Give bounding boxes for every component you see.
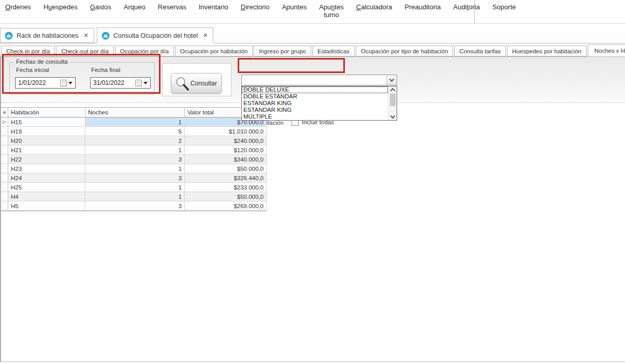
cell-noches[interactable]: 1	[85, 164, 185, 173]
cell-habitacion[interactable]: H21	[8, 145, 85, 155]
row-header-cell[interactable]	[1, 136, 8, 145]
menu-item-directorio[interactable]: Directorio	[237, 0, 274, 14]
app-window: OrdenesHuespedesGastosArqueoReservasInve…	[0, 0, 625, 364]
scroll-up-button[interactable]	[388, 86, 397, 93]
row-header-cell[interactable]	[1, 155, 8, 164]
cell-valor-total[interactable]: $233.000,0	[185, 183, 267, 192]
menu-item-inventario[interactable]: Inventario	[195, 0, 232, 14]
menu-item-gastos[interactable]: Gastos	[86, 0, 115, 14]
table-row-h25[interactable]: H251$233.000,0	[1, 183, 266, 192]
cell-habitacion[interactable]: H19	[8, 127, 85, 136]
combobox-dropdown-button[interactable]	[386, 75, 397, 85]
cell-noches[interactable]: 3	[85, 173, 185, 183]
cell-habitacion[interactable]: H20	[8, 136, 85, 145]
menu-item-calculadora[interactable]: Calculadora	[352, 0, 396, 14]
cell-noches[interactable]: 5	[85, 127, 185, 136]
close-icon[interactable]: ✕	[203, 32, 208, 39]
menu-item-soporte[interactable]: Soporte	[488, 0, 520, 14]
row-header-cell[interactable]: ▷	[1, 118, 8, 127]
grid-header-row: ✳ Habitación Noches Valor total	[1, 108, 266, 118]
row-header-cell[interactable]	[1, 164, 8, 173]
subtab-consulta-tarifas[interactable]: Consulta tarifas	[454, 46, 506, 56]
consultar-button[interactable]: Consultar	[171, 73, 222, 94]
subtab-ocupacion-por-dia[interactable]: Ocupación por día	[115, 46, 174, 56]
cell-valor-total[interactable]: $269.000,0	[185, 201, 267, 211]
tab-label: Rack de habitaciones	[17, 32, 79, 39]
table-row-h20[interactable]: H202$240.000,0	[1, 136, 266, 145]
scroll-down-button[interactable]	[388, 113, 397, 120]
column-header-habitacion[interactable]: Habitación	[8, 108, 85, 118]
cell-valor-total[interactable]: $240.000,0	[185, 136, 267, 145]
subtab-ocupacion-por-habitacion[interactable]: Ocupación por habitación	[175, 46, 253, 56]
subtab-ocupacion-por-tipo-de-habitacion[interactable]: Ocupación por tipo de habitación	[356, 46, 453, 56]
cell-valor-total[interactable]: $50.000,0	[185, 192, 267, 201]
cell-habitacion[interactable]: H22	[8, 155, 85, 164]
dropdown-option-estandar-king[interactable]: ESTANDAR KING	[242, 100, 388, 107]
cell-habitacion[interactable]: H15	[8, 118, 85, 127]
subtab-noches-x-habitacion[interactable]: Noches x Habitación	[588, 45, 625, 57]
cell-valor-total[interactable]: $50.000,0	[185, 164, 267, 173]
cell-habitacion[interactable]: H25	[8, 183, 85, 192]
menu-item-auditoria[interactable]: Auditoria	[449, 0, 484, 14]
cell-habitacion[interactable]: H24	[8, 173, 85, 183]
table-row-h24[interactable]: H243$326.440,0	[1, 173, 266, 183]
table-row-h19[interactable]: H195$1.010.000,0	[1, 127, 266, 136]
fecha-final-datepicker[interactable]: 31/01/2022	[90, 77, 151, 89]
cell-noches[interactable]: 1	[85, 183, 185, 192]
calendar-icon[interactable]	[135, 80, 142, 86]
subtab-estadisticas[interactable]: Estadísticas	[312, 46, 355, 56]
cell-noches[interactable]: 3	[85, 201, 185, 211]
table-row-h23[interactable]: H231$50.000,0	[1, 164, 266, 173]
row-header-cell[interactable]	[1, 192, 8, 201]
dropdown-scrollbar[interactable]	[388, 86, 397, 120]
cell-noches[interactable]: 1	[85, 118, 185, 127]
menu-item-arqueo[interactable]: Arqueo	[120, 0, 150, 14]
subtab-huespedes-por-habitacion[interactable]: Huespedes por habitación	[507, 46, 587, 56]
cell-valor-total[interactable]: $326.440,0	[185, 173, 267, 183]
cell-noches[interactable]: 3	[85, 155, 185, 164]
menu-item-preauditoria[interactable]: Preauditoria	[400, 0, 445, 14]
dropdown-option-estandar-king[interactable]: ESTANDAR KING	[242, 107, 388, 113]
menu-item-huespedes[interactable]: Huespedes	[39, 0, 82, 14]
chevron-down-icon[interactable]	[143, 82, 148, 84]
tab-consulta-ocupacion-del-hotel[interactable]: Consulta Ocupación del hotel✕	[97, 27, 214, 43]
table-row-h5[interactable]: H53$269.000,0	[1, 201, 266, 211]
tab-rack-de-habitaciones[interactable]: Rack de habitaciones✕	[0, 28, 94, 43]
table-row-h21[interactable]: H211$120.000,0	[1, 145, 266, 155]
row-header-cell[interactable]	[1, 127, 8, 136]
calendar-icon[interactable]	[60, 80, 67, 86]
subtab-check-out-por-dia[interactable]: Check-out por día	[56, 46, 113, 56]
tipo-habitacion-combobox[interactable]	[241, 75, 397, 85]
fecha-inicial-datepicker[interactable]: 1/01/2022	[15, 77, 76, 89]
subtab-check-in-por-dia[interactable]: Check-in por día	[1, 46, 55, 56]
close-icon[interactable]: ✕	[84, 32, 89, 39]
cell-habitacion[interactable]: H23	[8, 164, 85, 173]
cell-valor-total[interactable]: $340.000,0	[185, 155, 267, 164]
cell-habitacion[interactable]: H5	[8, 201, 85, 211]
cell-valor-total[interactable]: $120.000,0	[185, 145, 267, 155]
dropdown-option-doble-estandar[interactable]: DOBLE ESTANDAR	[242, 93, 388, 100]
menu-item-reservas[interactable]: Reservas	[154, 0, 191, 14]
row-header-cell[interactable]	[1, 183, 8, 192]
subtab-ingreso-por-grupo[interactable]: Ingreso por grupo	[254, 46, 311, 56]
table-row-h15[interactable]: ▷H151$70.000,0	[1, 118, 266, 127]
menu-item-apuntes-turno[interactable]: Apuntesturno	[315, 0, 348, 22]
table-row-h4[interactable]: H41$50.000,0	[1, 192, 266, 201]
cell-noches[interactable]: 2	[85, 136, 185, 145]
row-header-cell[interactable]	[1, 145, 8, 155]
fecha-final-value: 31/01/2022	[93, 79, 135, 86]
row-header-cell[interactable]	[1, 173, 8, 183]
cell-habitacion[interactable]: H4	[8, 192, 85, 201]
chevron-down-icon[interactable]	[68, 82, 72, 84]
dropdown-option-multiple[interactable]: MULTIPLE	[242, 113, 388, 120]
column-header-noches[interactable]: Noches	[85, 108, 185, 118]
cell-noches[interactable]: 1	[85, 192, 185, 201]
dropdown-option-doble-deluxe[interactable]: DOBLE DELUXE	[242, 86, 388, 93]
row-header-cell[interactable]	[1, 201, 8, 211]
menu-item-ordenes[interactable]: Ordenes	[1, 0, 35, 14]
menu-item-apuntes[interactable]: Apuntes	[278, 0, 311, 14]
cell-noches[interactable]: 1	[85, 145, 185, 155]
cell-valor-total[interactable]: $1.010.000,0	[185, 127, 267, 136]
scrollbar-thumb[interactable]	[390, 94, 396, 106]
table-row-h22[interactable]: H223$340.000,0	[1, 155, 266, 164]
